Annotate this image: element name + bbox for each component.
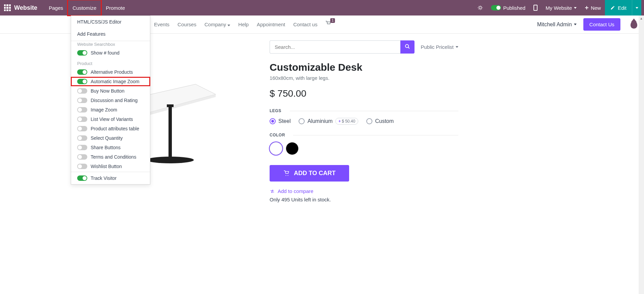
vertical-scrollbar[interactable]: ▲	[639, 15, 644, 216]
scroll-up-icon: ▲	[639, 15, 644, 21]
menu-pages[interactable]: Pages	[44, 0, 68, 15]
dd-wishlist-button[interactable]: Wishlist Button	[71, 162, 150, 171]
mobile-preview-icon[interactable]	[529, 0, 542, 15]
bug-icon[interactable]	[473, 0, 487, 15]
dd-image-zoom[interactable]: Image Zoom	[71, 105, 150, 115]
edit-dropdown-caret[interactable]	[632, 0, 641, 15]
dd-terms-conditions[interactable]: Terms and Conditions	[71, 152, 150, 162]
chevron-down-icon	[574, 7, 577, 9]
svg-point-0	[479, 7, 482, 9]
legs-options: Steel Aluminium+$ 50.40 Custom	[270, 118, 458, 125]
chevron-down-icon	[456, 46, 458, 48]
color-white[interactable]	[270, 142, 282, 155]
new-button[interactable]: New	[581, 0, 605, 15]
search-button[interactable]	[400, 40, 415, 54]
nav-courses[interactable]: Courses	[174, 22, 201, 27]
nav-help[interactable]: Help	[234, 22, 253, 27]
pricelist-selector[interactable]: Public Pricelist	[421, 44, 458, 50]
dd-alternative-products[interactable]: Alternative Products	[71, 67, 150, 77]
nav-contact-us[interactable]: Contact us	[289, 22, 321, 27]
aluminium-price-pill: +$ 50.40	[335, 118, 358, 125]
contact-us-button[interactable]: Contact Us	[583, 18, 620, 31]
dd-html-editor[interactable]: HTML/CSS/JS Editor	[71, 16, 150, 28]
legs-steel[interactable]: Steel	[270, 118, 290, 124]
top-bar: Website Pages Customize Promote Publishe…	[0, 0, 644, 15]
stock-text: Only 495 Units left in stock.	[270, 197, 458, 202]
dd-buy-now[interactable]: Buy Now Button	[71, 86, 150, 96]
add-to-cart-button[interactable]: ADD TO CART	[270, 165, 349, 182]
product-subtitle: 160x80cm, with large legs.	[270, 75, 458, 81]
color-options	[270, 142, 458, 155]
nav-appointment[interactable]: Appointment	[253, 22, 289, 27]
nav-company[interactable]: Company	[201, 22, 234, 27]
legs-aluminium[interactable]: Aluminium+$ 50.40	[299, 118, 358, 125]
published-label: Published	[503, 5, 525, 11]
chevron-down-icon	[227, 25, 230, 26]
svg-rect-1	[534, 5, 537, 10]
published-toggle[interactable]: Published	[487, 0, 529, 15]
radio-checked-icon	[270, 118, 276, 124]
dd-track-visitor[interactable]: Track Visitor	[71, 172, 150, 184]
svg-rect-6	[167, 104, 174, 107]
brand-title: Website	[14, 4, 37, 11]
dd-show-found[interactable]: Show # found	[71, 48, 150, 58]
svg-point-8	[405, 44, 408, 47]
search-input[interactable]	[270, 40, 400, 54]
product-price: $ 750.00	[270, 88, 458, 99]
svg-point-7	[147, 157, 194, 163]
legs-custom[interactable]: Custom	[366, 118, 394, 124]
legs-label: LEGS	[270, 108, 458, 113]
radio-icon	[366, 118, 372, 124]
odoo-drop-icon[interactable]	[631, 21, 637, 29]
add-to-compare[interactable]: Add to compare	[270, 188, 458, 194]
dd-product-attr-table[interactable]: Product attributes table	[71, 124, 150, 133]
my-website-selector[interactable]: My Website	[542, 0, 581, 15]
menu-promote[interactable]: Promote	[101, 0, 130, 15]
color-black[interactable]	[286, 142, 299, 155]
published-switch-icon	[491, 5, 501, 10]
user-menu[interactable]: Mitchell Admin	[537, 22, 577, 28]
dd-section-searchbox: Website Searchbox	[71, 41, 150, 48]
radio-icon	[299, 118, 305, 124]
color-label: COLOR	[270, 133, 458, 137]
dd-automatic-image-zoom[interactable]: Automatic Image Zoom	[71, 77, 150, 86]
svg-point-10	[287, 175, 288, 175]
cart-icon	[283, 170, 290, 176]
compare-icon	[270, 189, 275, 194]
customize-dropdown: HTML/CSS/JS Editor Add Features Website …	[71, 15, 150, 185]
dd-discussion-rating[interactable]: Discussion and Rating	[71, 96, 150, 105]
edit-button[interactable]: Edit	[605, 0, 632, 15]
search-box	[270, 40, 415, 54]
product-details: Public Pricelist Customizable Desk 160x8…	[270, 40, 458, 202]
dd-share-buttons[interactable]: Share Buttons	[71, 143, 150, 152]
nav-events[interactable]: Events	[150, 22, 174, 27]
svg-point-9	[285, 175, 286, 175]
toggle-on-icon	[77, 50, 87, 56]
dd-select-quantity[interactable]: Select Quantity	[71, 133, 150, 143]
menu-customize[interactable]: Customize	[68, 0, 101, 15]
search-icon	[405, 44, 410, 49]
dd-list-view-variants[interactable]: List View of Variants	[71, 115, 150, 124]
cart-badge: 1	[330, 18, 335, 23]
cart-icon[interactable]: 1	[325, 21, 332, 28]
svg-rect-5	[168, 106, 172, 157]
chevron-down-icon	[574, 24, 577, 25]
dd-add-features[interactable]: Add Features	[71, 28, 150, 40]
apps-icon[interactable]	[4, 4, 11, 11]
dd-section-product: Product	[71, 58, 150, 67]
product-title: Customizable Desk	[270, 62, 458, 73]
